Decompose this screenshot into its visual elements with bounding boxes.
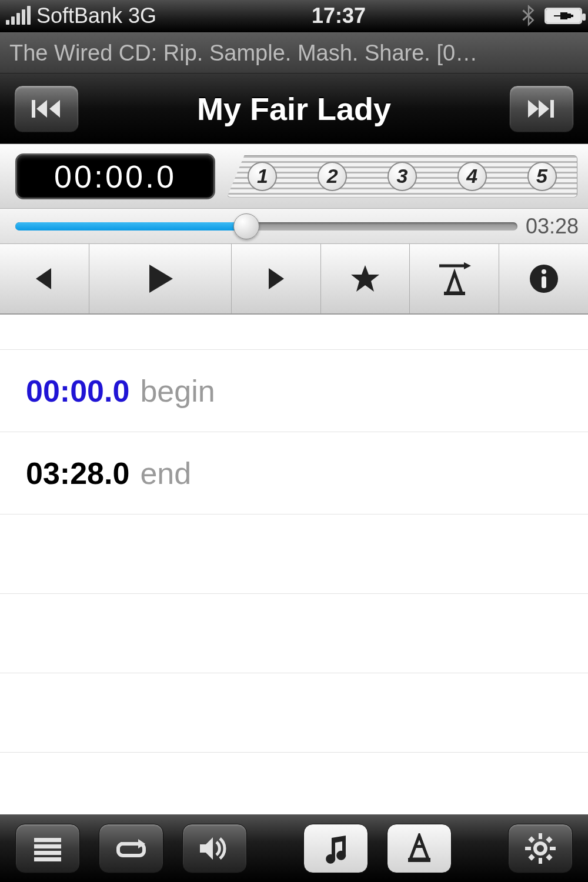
gear-icon <box>524 833 556 864</box>
svg-rect-31 <box>528 836 534 843</box>
settings-button[interactable] <box>508 824 573 873</box>
progress-row: 03:28 <box>0 209 588 244</box>
marker-time: 00:00.0 <box>26 373 129 409</box>
progress-slider[interactable] <box>15 222 517 230</box>
timer-row: 00:00.0 12345 <box>0 144 588 209</box>
svg-marker-3 <box>528 100 539 118</box>
list-item[interactable]: 03:28.0end <box>0 432 588 514</box>
list-item[interactable] <box>0 673 588 753</box>
play-icon <box>145 262 175 295</box>
marker-list: 00:00.0begin03:28.0end <box>0 315 588 882</box>
svg-rect-17 <box>34 838 61 842</box>
marker-label: begin <box>140 373 215 409</box>
star-icon <box>350 264 380 293</box>
skip-back-icon <box>31 98 62 120</box>
info-button[interactable] <box>499 244 588 313</box>
cone-tab-button[interactable] <box>387 824 452 873</box>
marker-slot-2[interactable]: 2 <box>318 162 347 191</box>
svg-marker-12 <box>447 273 462 293</box>
svg-rect-29 <box>525 847 531 850</box>
cone-icon <box>405 833 434 864</box>
speaker-icon <box>198 835 232 862</box>
advance-marker-button[interactable] <box>410 244 499 313</box>
playback-toolbar <box>0 244 588 315</box>
svg-marker-22 <box>200 837 213 860</box>
battery-icon <box>544 8 582 24</box>
svg-point-15 <box>542 269 546 274</box>
repeat-icon <box>113 836 149 861</box>
svg-rect-24 <box>408 858 430 862</box>
track-title: My Fair Lady <box>197 91 391 127</box>
favorite-button[interactable] <box>321 244 410 313</box>
svg-rect-30 <box>550 847 556 850</box>
carrier-label: SoftBank <box>36 4 122 28</box>
album-info-bar: The Wired CD: Rip. Sample. Mash. Share. … <box>0 32 588 74</box>
step-back-button[interactable] <box>0 244 89 313</box>
triangle-right-icon <box>264 266 288 292</box>
play-button[interactable] <box>89 244 232 313</box>
svg-rect-27 <box>539 833 542 839</box>
volume-button[interactable] <box>182 824 247 873</box>
list-item[interactable]: 00:00.0begin <box>0 350 588 432</box>
svg-marker-8 <box>269 268 284 289</box>
signal-icon <box>6 7 31 25</box>
svg-marker-2 <box>49 100 60 118</box>
marker-strip[interactable]: 12345 <box>227 155 577 198</box>
skip-forward-icon <box>526 98 557 120</box>
cone-arrow-icon <box>436 261 473 296</box>
svg-rect-20 <box>34 857 61 861</box>
svg-rect-33 <box>528 854 534 860</box>
duration-label: 03:28 <box>526 214 579 239</box>
marker-time: 03:28.0 <box>26 456 129 491</box>
marker-label: end <box>140 456 191 491</box>
list-icon <box>32 836 64 861</box>
marker-slot-4[interactable]: 4 <box>457 162 487 191</box>
svg-rect-5 <box>550 100 554 118</box>
marker-slot-5[interactable]: 5 <box>527 162 557 191</box>
list-item[interactable] <box>0 514 588 594</box>
svg-marker-7 <box>149 265 173 293</box>
track-nav-bar: My Fair Lady <box>0 74 588 144</box>
next-track-button[interactable] <box>509 85 574 132</box>
statusbar-time: 17:37 <box>156 4 521 28</box>
marker-slot-1[interactable]: 1 <box>248 162 277 191</box>
svg-marker-4 <box>539 100 549 118</box>
repeat-button[interactable] <box>99 824 163 873</box>
svg-rect-0 <box>32 100 35 118</box>
charging-icon <box>546 9 580 22</box>
svg-point-26 <box>535 843 546 854</box>
svg-marker-9 <box>351 265 379 292</box>
bluetooth-icon <box>521 5 536 27</box>
elapsed-time-display: 00:00.0 <box>15 153 215 199</box>
svg-rect-16 <box>542 276 546 288</box>
previous-track-button[interactable] <box>14 85 79 132</box>
svg-rect-19 <box>34 851 61 855</box>
status-bar: SoftBank 3G 17:37 <box>0 0 588 32</box>
svg-rect-18 <box>34 844 61 848</box>
music-tab-button[interactable] <box>303 824 368 873</box>
svg-rect-13 <box>444 292 465 295</box>
list-item[interactable] <box>0 594 588 673</box>
svg-marker-11 <box>464 262 471 269</box>
svg-rect-32 <box>546 836 552 843</box>
svg-marker-6 <box>36 268 51 289</box>
svg-rect-28 <box>539 858 542 864</box>
music-note-icon <box>321 833 350 864</box>
step-forward-button[interactable] <box>232 244 321 313</box>
bottom-toolbar <box>0 814 588 882</box>
progress-thumb[interactable] <box>233 213 259 239</box>
svg-rect-25 <box>415 845 423 848</box>
list-button[interactable] <box>15 824 80 873</box>
network-label: 3G <box>128 4 156 28</box>
info-icon <box>529 263 559 294</box>
triangle-left-icon <box>32 266 56 292</box>
svg-marker-1 <box>36 100 47 118</box>
marker-slot-3[interactable]: 3 <box>387 162 417 191</box>
svg-rect-34 <box>546 854 552 860</box>
